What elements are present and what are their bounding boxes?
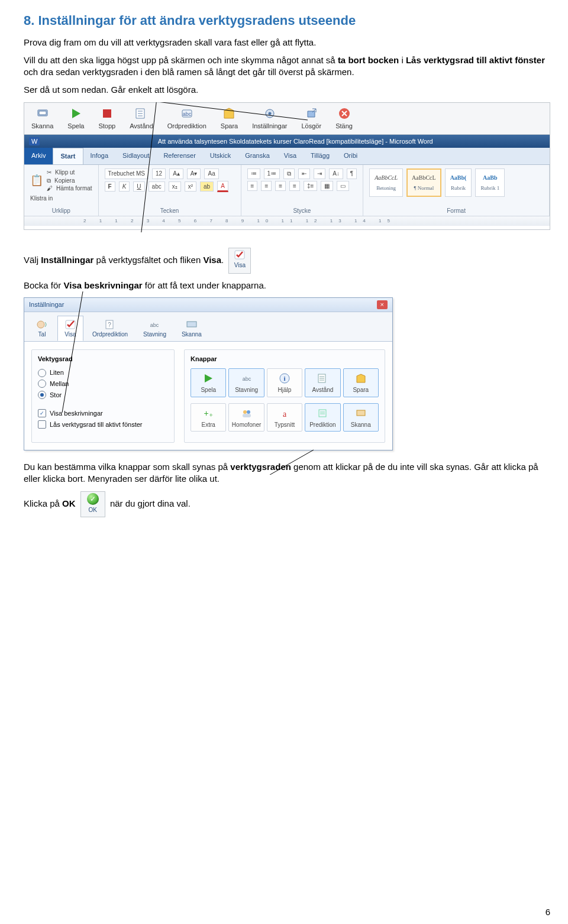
m2a: Bocka för: [24, 280, 64, 290]
claro-stang-button[interactable]: Stäng: [328, 103, 360, 134]
claro-losgor-button[interactable]: Lösgör: [295, 103, 329, 134]
checkbox-las-verktygsrad[interactable]: Lås verktygsrad till aktivt fönster: [38, 420, 168, 429]
cut-icon[interactable]: ✂: [47, 168, 51, 177]
format-painter-icon[interactable]: 🖌: [47, 184, 53, 193]
superscript-button[interactable]: x²: [185, 181, 196, 192]
tab-arkiv[interactable]: Arkiv: [24, 148, 53, 164]
font-color-button[interactable]: A: [217, 181, 228, 193]
page-heading: 8. Inställningar för att ändra verktygsr…: [24, 12, 550, 30]
kn-avstand[interactable]: Avstånd: [305, 368, 340, 397]
claro-skanna-button[interactable]: Skanna: [24, 103, 60, 134]
bullets-button[interactable]: ≔: [247, 168, 260, 179]
kn-spara[interactable]: Spara: [343, 368, 379, 397]
dlg-tab-ordprediktion[interactable]: ? Ordprediktion: [86, 316, 134, 342]
bold-button[interactable]: F: [105, 181, 115, 192]
style-rubrik[interactable]: AaBb(Rubrik: [445, 168, 472, 197]
dlg-tab-stavning[interactable]: abc Stavning: [137, 316, 173, 342]
tab-utskick[interactable]: Utskick: [203, 148, 238, 164]
kn-typsnitt[interactable]: aTypsnitt: [267, 403, 302, 432]
shading-button[interactable]: ▦: [321, 181, 333, 192]
svg-point-35: [243, 410, 247, 414]
claro-spara-button[interactable]: Spara: [214, 103, 245, 134]
end-paragraph-2: Klicka på OK ✓ OK när du gjort dina val.: [24, 491, 550, 518]
tab-sidlayout[interactable]: Sidlayout: [115, 148, 156, 164]
paragraph-3: Ser då ut som nedan. Går enkelt att lösg…: [24, 84, 550, 96]
style-normal[interactable]: AaBbCcL¶ Normal: [406, 168, 441, 197]
kn-stavning[interactable]: abcStavning: [228, 368, 264, 397]
claro-stopp-button[interactable]: Stopp: [91, 103, 122, 134]
justify-button[interactable]: ≡: [289, 181, 300, 192]
change-case-icon[interactable]: Aa: [204, 168, 218, 179]
paragraph-2: Vill du att den ska ligga högst upp på s…: [24, 54, 550, 79]
align-right-button[interactable]: ≡: [275, 181, 286, 192]
claro-installningar-button[interactable]: Inställningar: [245, 103, 294, 134]
highlight-button[interactable]: ab: [200, 181, 214, 192]
claro-ordprediktion-button[interactable]: abc Ordprediktion: [160, 103, 214, 134]
subscript-button[interactable]: x₂: [169, 181, 181, 192]
kn-hjalp[interactable]: iHjälp: [267, 368, 302, 397]
claro-avstand-button[interactable]: Avstånd: [122, 103, 160, 134]
e1b: verktygsraden: [230, 462, 291, 472]
tab-oribi[interactable]: Oribi: [337, 148, 364, 164]
italic-button[interactable]: K: [119, 181, 130, 192]
tab-infoga[interactable]: Infoga: [83, 148, 116, 164]
ok-badge-label: OK: [88, 507, 96, 513]
tab-granska[interactable]: Granska: [238, 148, 277, 164]
claro-losgor-label: Lösgör: [302, 122, 322, 131]
radio-mellan[interactable]: Mellan: [38, 380, 168, 388]
kn-spela[interactable]: Spela: [191, 368, 226, 397]
dialog-close-button[interactable]: ×: [377, 300, 388, 309]
style-betoning[interactable]: AaBbCcLBetoning: [369, 168, 403, 197]
dlg-tab-skanna[interactable]: Skanna: [175, 316, 208, 342]
radio-stor[interactable]: Stor: [38, 391, 168, 400]
claro-spela-button[interactable]: Spela: [60, 103, 91, 134]
pilcrow-button[interactable]: ¶: [347, 168, 357, 179]
svg-text:abc: abc: [242, 376, 251, 382]
radio-liten[interactable]: Liten: [38, 368, 168, 377]
format-painter-label: Hämta format: [56, 184, 92, 193]
tab-visa[interactable]: Visa: [277, 148, 304, 164]
kn-homofoner[interactable]: Homofoner: [228, 403, 264, 432]
grow-font-icon[interactable]: A▴: [169, 168, 183, 179]
tab-referenser[interactable]: Referenser: [156, 148, 202, 164]
dedent-button[interactable]: ⇤: [298, 168, 310, 179]
paste-icon[interactable]: 📋: [30, 173, 43, 187]
style-rubrik1[interactable]: AaBbRubrik 1: [475, 168, 505, 197]
svg-marker-2: [72, 109, 80, 118]
dlg-tab-tal-label: Tal: [38, 330, 46, 339]
word-titlebar: W Att använda talsyntesen Skoldatatekets…: [24, 135, 550, 148]
dlg-tab-visa[interactable]: Visa: [57, 316, 83, 342]
checkbox-visa-beskrivningar[interactable]: ✓Visa beskrivningar: [38, 409, 168, 418]
shrink-font-icon[interactable]: A▾: [187, 168, 201, 179]
font-name-field[interactable]: Trebuchet MS: [105, 168, 149, 179]
multilevel-button[interactable]: ⧉: [283, 168, 295, 179]
underline-button[interactable]: U: [133, 181, 144, 192]
kn-extra[interactable]: +₊Extra: [191, 403, 226, 432]
line-spacing-button[interactable]: ‡≡: [304, 181, 317, 192]
tab-tillagg[interactable]: Tillägg: [304, 148, 337, 164]
dlg-tab-tal[interactable]: Tal: [29, 316, 55, 342]
align-left-button[interactable]: ≡: [247, 181, 258, 192]
copy-icon[interactable]: ⧉: [47, 177, 51, 185]
dialog-titlebar: Inställningar ×: [24, 298, 392, 312]
numbering-button[interactable]: 1≔: [264, 168, 280, 179]
tab-start[interactable]: Start: [53, 148, 83, 164]
indent-button[interactable]: ⇥: [314, 168, 325, 179]
borders-button[interactable]: ▭: [337, 181, 349, 192]
claro-avstand-label: Avstånd: [130, 122, 153, 131]
ribbon-group-urklipp: 📋 ✂Klipp ut ⧉Kopiera 🖌Hämta format Klist…: [24, 165, 99, 216]
align-center-button[interactable]: ≡: [261, 181, 272, 192]
radio-mellan-label: Mellan: [50, 380, 69, 388]
word-window: W Att använda talsyntesen Skoldatatekets…: [24, 135, 550, 231]
prediction-icon: abc: [180, 106, 194, 121]
right-heading: Knappar: [191, 355, 379, 364]
kn-skanna[interactable]: Skanna: [343, 403, 379, 432]
claro-skanna-label: Skanna: [31, 122, 53, 131]
kn-prediktion[interactable]: Prediktion: [305, 403, 340, 432]
strike-button[interactable]: abc: [149, 181, 165, 192]
sort-button[interactable]: A↓: [329, 168, 343, 179]
ok-button-badge: ✓ OK: [80, 491, 105, 518]
ribbon-group-tecken: Trebuchet MS 12 A▴ A▾ Aa F K U abc x₂ x²…: [99, 165, 241, 216]
font-size-field[interactable]: 12: [152, 168, 166, 179]
people-icon: [230, 407, 262, 419]
